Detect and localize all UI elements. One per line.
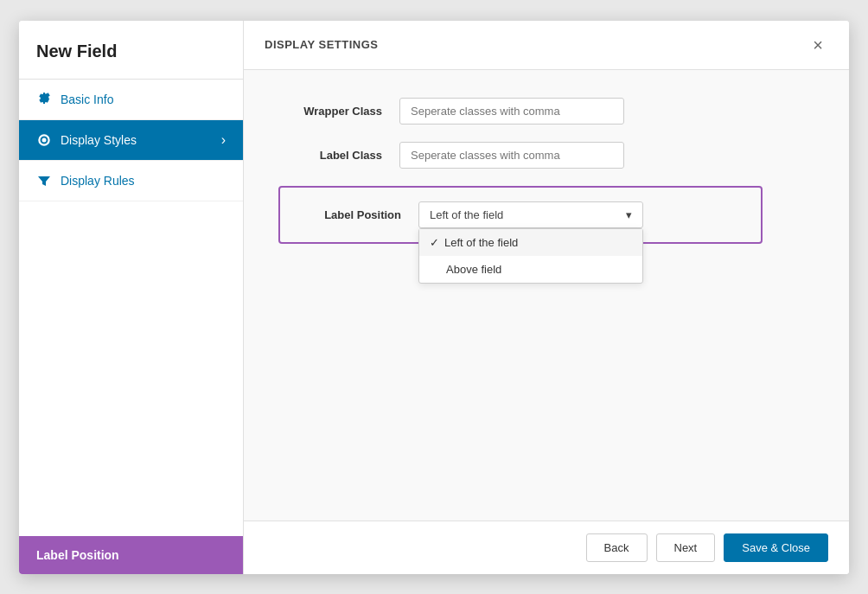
dropdown-option-left[interactable]: ✓ Left of the field bbox=[419, 229, 642, 256]
sidebar-item-label-display-rules: Display Rules bbox=[61, 174, 135, 188]
label-class-input[interactable] bbox=[399, 142, 624, 169]
dropdown-menu: ✓ Left of the field Above field bbox=[418, 228, 643, 284]
dropdown-selected-value: Left of the field bbox=[430, 208, 503, 221]
modal: New Field Basic Info Display bbox=[19, 21, 849, 574]
back-button[interactable]: Back bbox=[586, 533, 648, 562]
paint-icon bbox=[36, 132, 52, 148]
label-position-box: Label Position Left of the field ▾ ✓ Lef… bbox=[278, 186, 763, 244]
close-button[interactable]: × bbox=[807, 35, 828, 55]
main-header: DISPLAY SETTINGS × bbox=[244, 21, 849, 70]
sidebar-item-label-display-styles: Display Styles bbox=[61, 133, 137, 147]
gear-icon bbox=[36, 92, 52, 107]
modal-footer: Back Next Save & Close bbox=[244, 521, 849, 574]
label-position-dropdown: Left of the field ▾ ✓ Left of the field bbox=[418, 201, 643, 228]
sidebar-item-display-styles[interactable]: Display Styles › bbox=[19, 120, 243, 161]
sidebar-footer-label: Label Position bbox=[36, 548, 119, 562]
save-close-button[interactable]: Save & Close bbox=[724, 533, 828, 562]
sidebar-item-basic-info[interactable]: Basic Info bbox=[19, 80, 243, 120]
dropdown-trigger[interactable]: Left of the field ▾ bbox=[418, 201, 643, 228]
dropdown-arrow-icon: ▾ bbox=[626, 208, 632, 221]
label-class-row: Label Class bbox=[278, 142, 814, 169]
checkmark-icon: ✓ bbox=[430, 236, 439, 249]
label-position-row: Label Position Left of the field ▾ ✓ Lef… bbox=[278, 186, 814, 244]
label-class-label: Label Class bbox=[278, 149, 399, 162]
sidebar-footer: Label Position bbox=[19, 536, 243, 574]
chevron-right-icon: › bbox=[221, 132, 226, 148]
dropdown-option-label-left: Left of the field bbox=[444, 236, 518, 249]
sidebar: New Field Basic Info Display bbox=[19, 21, 244, 574]
wrapper-class-row: Wrapper Class bbox=[278, 98, 814, 125]
svg-point-1 bbox=[42, 137, 47, 142]
next-button[interactable]: Next bbox=[656, 533, 716, 562]
label-position-label: Label Position bbox=[297, 208, 418, 221]
sidebar-item-display-rules[interactable]: Display Rules bbox=[19, 161, 243, 201]
modal-body: New Field Basic Info Display bbox=[19, 21, 849, 574]
sidebar-item-label-basic-info: Basic Info bbox=[61, 93, 113, 106]
sidebar-title: New Field bbox=[19, 21, 243, 80]
dropdown-option-above[interactable]: Above field bbox=[419, 256, 642, 283]
wrapper-class-label: Wrapper Class bbox=[278, 105, 399, 118]
wrapper-class-input[interactable] bbox=[399, 98, 624, 125]
dropdown-option-label-above: Above field bbox=[446, 263, 501, 276]
filter-icon bbox=[36, 173, 52, 188]
main-content: DISPLAY SETTINGS × Wrapper Class Label C… bbox=[244, 21, 849, 574]
display-settings-title: DISPLAY SETTINGS bbox=[265, 38, 379, 51]
form-area: Wrapper Class Label Class Label Position… bbox=[244, 70, 849, 521]
